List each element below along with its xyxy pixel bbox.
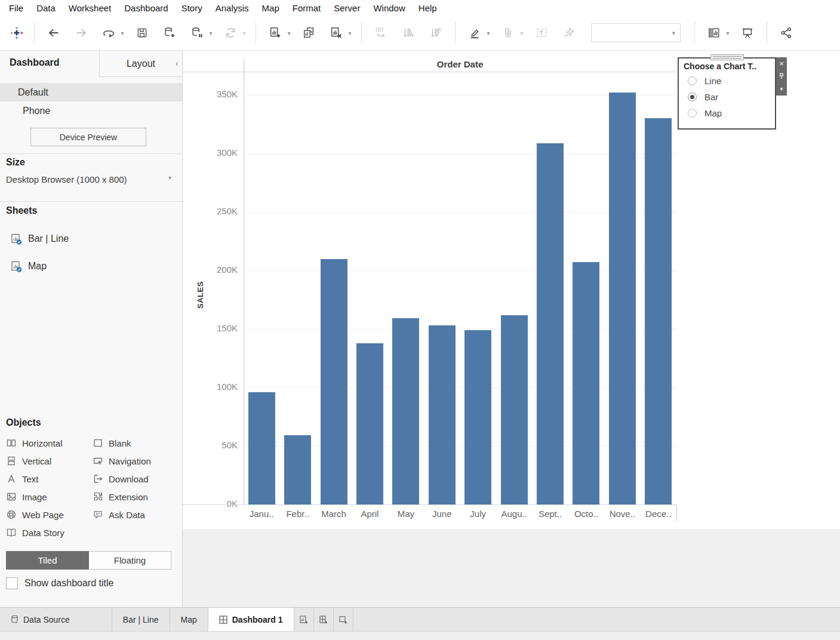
- object-blank[interactable]: Blank: [93, 434, 178, 452]
- menu-server[interactable]: Server: [327, 2, 367, 14]
- bar-June[interactable]: [429, 325, 456, 504]
- radio-icon[interactable]: [688, 76, 697, 85]
- highlight-dropdown-caret[interactable]: ▾: [485, 30, 492, 36]
- floating-button[interactable]: Floating: [89, 551, 171, 570]
- new-worksheet-button[interactable]: [266, 23, 285, 43]
- tab-dashboard-1[interactable]: Dashboard 1: [208, 608, 294, 631]
- menu-format[interactable]: Format: [286, 2, 328, 14]
- menu-window[interactable]: Window: [367, 2, 411, 14]
- sort-ascending-button[interactable]: [399, 23, 418, 43]
- pin-zone-button[interactable]: [776, 70, 787, 82]
- duplicate-sheet-button[interactable]: [299, 23, 318, 43]
- share-button[interactable]: [777, 23, 796, 43]
- clear-sheet-button[interactable]: [327, 23, 346, 43]
- run-update-button[interactable]: [221, 23, 240, 43]
- swap-rows-columns-button[interactable]: [371, 23, 390, 43]
- zone-drag-handle[interactable]: [710, 54, 744, 60]
- bar-Dece..[interactable]: [645, 118, 672, 504]
- remove-zone-button[interactable]: ×: [776, 57, 787, 70]
- menu-file[interactable]: File: [2, 2, 30, 14]
- blank-icon: [93, 438, 103, 448]
- replay-button[interactable]: [99, 23, 118, 43]
- bar-Febr..[interactable]: [284, 435, 311, 504]
- checkbox-box[interactable]: [6, 577, 18, 589]
- show-hide-cards-button[interactable]: [704, 23, 724, 43]
- new-worksheet-dropdown-caret[interactable]: ▾: [285, 30, 293, 36]
- undo-button[interactable]: [44, 23, 63, 43]
- menu-help[interactable]: Help: [412, 2, 444, 14]
- new-data-source-button[interactable]: [160, 23, 179, 43]
- tab-data-source[interactable]: Data Source: [0, 608, 112, 631]
- new-worksheet-icon: [269, 26, 282, 39]
- chart-type-option-line[interactable]: Line: [679, 73, 775, 89]
- show-mark-labels-button[interactable]: [532, 23, 551, 43]
- bar-July[interactable]: [464, 330, 491, 504]
- clear-sheet-dropdown-caret[interactable]: ▾: [346, 30, 353, 36]
- text-icon: [6, 473, 17, 484]
- tab-dashboard[interactable]: Dashboard: [10, 57, 60, 68]
- zone-menu-button[interactable]: ▾: [776, 82, 787, 95]
- save-button[interactable]: [133, 23, 152, 43]
- radio-icon[interactable]: [688, 93, 697, 101]
- bar-March[interactable]: [321, 259, 347, 504]
- redo-button[interactable]: [72, 23, 91, 43]
- bar-Augu..[interactable]: [501, 315, 528, 504]
- menu-dashboard[interactable]: Dashboard: [118, 2, 174, 14]
- highlight-button[interactable]: [465, 23, 484, 43]
- group-members-button[interactable]: [499, 23, 518, 43]
- presentation-mode-button[interactable]: [738, 23, 757, 43]
- bar-Sept..[interactable]: [537, 143, 564, 504]
- menu-map[interactable]: Map: [256, 2, 286, 14]
- checkbox-label: Show dashboard title: [24, 578, 113, 589]
- tiled-button[interactable]: Tiled: [6, 551, 89, 570]
- tab-map[interactable]: Map: [170, 608, 208, 631]
- object-image[interactable]: Image: [6, 488, 93, 506]
- size-selector[interactable]: Desktop Browser (1000 x 800): [6, 174, 127, 184]
- new-story-tab-button[interactable]: [334, 608, 353, 631]
- menu-data[interactable]: Data: [30, 2, 62, 14]
- replay-dropdown-caret[interactable]: ▾: [119, 30, 126, 36]
- menu-worksheet[interactable]: Worksheet: [62, 2, 118, 14]
- tab-bar-line[interactable]: Bar | Line: [112, 608, 170, 631]
- bar-May[interactable]: [392, 318, 419, 504]
- menu-story[interactable]: Story: [175, 2, 209, 14]
- radio-icon[interactable]: [688, 109, 697, 118]
- new-worksheet-tab-button[interactable]: [294, 608, 314, 631]
- data-story-icon: [6, 527, 17, 538]
- chart-type-option-map[interactable]: Map: [679, 105, 775, 121]
- group-members-dropdown-caret[interactable]: ▾: [518, 30, 525, 36]
- collapse-pane-icon[interactable]: ‹: [176, 58, 179, 68]
- chart-type-option-bar[interactable]: Bar: [679, 89, 775, 105]
- object-text[interactable]: Text: [6, 470, 93, 488]
- sheet-item-map[interactable]: Map: [0, 256, 182, 276]
- new-dashboard-tab-button[interactable]: [314, 608, 334, 631]
- object-web-page[interactable]: Web Page: [6, 506, 93, 524]
- object-navigation[interactable]: Navigation: [93, 452, 178, 470]
- object-data-story[interactable]: Data Story: [6, 524, 93, 541]
- pause-auto-updates-dropdown-caret[interactable]: ▾: [207, 30, 214, 36]
- tab-layout[interactable]: Layout: [99, 51, 182, 77]
- device-preview-button[interactable]: Device Preview: [30, 128, 146, 146]
- object-horizontal[interactable]: Horizontal: [6, 434, 93, 452]
- bar-Janu..[interactable]: [248, 392, 275, 504]
- object-download[interactable]: Download: [93, 470, 178, 488]
- sort-descending-button[interactable]: [426, 23, 445, 43]
- fix-axes-button[interactable]: [559, 23, 579, 43]
- run-update-dropdown-caret[interactable]: ▾: [241, 30, 248, 36]
- device-item-default[interactable]: Default: [0, 83, 182, 101]
- menu-analysis[interactable]: Analysis: [209, 2, 256, 14]
- show-hide-cards-dropdown-caret[interactable]: ▾: [724, 30, 731, 36]
- pause-auto-updates-button[interactable]: [187, 23, 207, 43]
- bar-Octo..[interactable]: [573, 262, 599, 504]
- object-ask-data[interactable]: Ask Data: [93, 506, 178, 524]
- device-item-phone[interactable]: Phone: [0, 101, 182, 120]
- sort-ascending-icon: [402, 26, 415, 39]
- y-tick-label: 100K: [183, 381, 238, 392]
- show-dashboard-title-checkbox[interactable]: Show dashboard title: [6, 577, 113, 589]
- fit-selector[interactable]: ▾: [591, 23, 681, 42]
- bar-April[interactable]: [356, 343, 383, 504]
- object-vertical[interactable]: Vertical: [6, 452, 93, 470]
- object-extension[interactable]: Extension: [93, 488, 178, 506]
- bar-Nove..[interactable]: [609, 93, 636, 504]
- sheet-item-bar-line[interactable]: Bar | Line: [0, 229, 182, 249]
